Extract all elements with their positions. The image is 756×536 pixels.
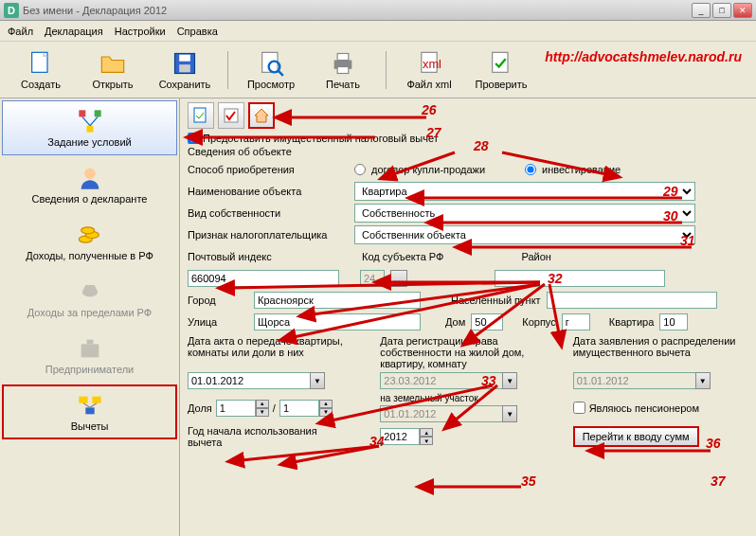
svg-rect-25 <box>79 397 87 403</box>
share-b-down[interactable]: ▼ <box>319 408 333 417</box>
window-title: Без имени - Декларация 2012 <box>23 5 692 16</box>
radio-investment[interactable] <box>525 164 536 175</box>
sidebar-income-rf-label: Доходы, полученные в РФ <box>26 250 153 261</box>
district-label: Район <box>521 251 550 262</box>
close-button[interactable]: ✕ <box>733 3 752 18</box>
xml-button[interactable]: xml Файл xml <box>396 45 462 96</box>
subj-code-label: Код субъекта РФ <box>362 251 443 262</box>
print-icon <box>330 50 356 77</box>
minimize-button[interactable]: _ <box>692 3 711 18</box>
create-label: Создать <box>21 79 61 90</box>
sidebar-declarant[interactable]: Сведения о декларанте <box>2 157 177 212</box>
dist-date-dropdown: ▼ <box>695 372 711 389</box>
new-doc-icon <box>27 50 54 77</box>
radio-contract[interactable] <box>354 164 366 175</box>
radio-investment-label: инвестирование <box>542 164 621 175</box>
locality-input[interactable] <box>547 292 717 309</box>
share-label: Доля <box>188 402 212 414</box>
separator <box>386 51 387 89</box>
sidebar-entrepreneurs[interactable]: Предприниматели <box>2 328 177 383</box>
share-a-down[interactable]: ▼ <box>256 408 269 417</box>
provide-deduction-checkbox[interactable] <box>188 133 199 144</box>
share-a-input[interactable] <box>216 400 256 417</box>
menu-declaration[interactable]: Декларация <box>45 26 103 37</box>
year-down[interactable]: ▼ <box>420 437 433 445</box>
postal-label: Почтовый индекс <box>188 251 290 262</box>
tab-icon-2[interactable] <box>218 102 244 129</box>
pensioner-checkbox[interactable] <box>573 402 585 414</box>
svg-rect-26 <box>92 397 100 403</box>
sidebar-deductions[interactable]: Вычеты <box>2 384 177 439</box>
city-input[interactable] <box>254 292 421 309</box>
maximize-button[interactable]: □ <box>712 3 731 18</box>
svg-line-18 <box>90 116 98 125</box>
act-date-dropdown[interactable]: ▼ <box>310 372 325 389</box>
reg-date-dropdown[interactable]: ▼ <box>502 372 517 389</box>
svg-line-7 <box>279 71 283 76</box>
preview-button[interactable]: Просмотр <box>238 45 304 96</box>
act-date-input[interactable] <box>188 372 311 389</box>
year-up[interactable]: ▲ <box>420 428 433 437</box>
conditions-icon <box>77 108 103 134</box>
year-input[interactable] <box>380 428 420 445</box>
print-button[interactable]: Печать <box>310 45 376 96</box>
tab-icon-1[interactable] <box>188 102 214 129</box>
building-input[interactable] <box>562 313 590 331</box>
toolbar: Создать Открыть Сохранить Просмотр Печат… <box>0 42 756 98</box>
land-plot-label: на земельный участок <box>380 393 555 403</box>
subj-code-input[interactable] <box>360 270 385 287</box>
act-date-label: Дата акта о передаче квартиры, комнаты и… <box>188 335 363 369</box>
svg-point-22 <box>81 227 94 234</box>
menu-file[interactable]: Файл <box>8 26 33 37</box>
street-input[interactable] <box>254 313 421 331</box>
flat-input[interactable] <box>659 313 688 331</box>
svg-rect-15 <box>94 110 100 116</box>
svg-line-28 <box>83 403 90 408</box>
svg-rect-13 <box>493 52 508 72</box>
ownership-select[interactable]: Собственность <box>354 204 695 223</box>
postal-input[interactable] <box>188 270 339 287</box>
main-panel: Предоставить имущественный налоговый выч… <box>180 98 756 536</box>
save-icon <box>171 50 198 77</box>
create-button[interactable]: Создать <box>8 45 74 96</box>
share-b-input[interactable] <box>279 400 319 417</box>
annotation-37: 37 <box>711 473 726 489</box>
deductions-icon <box>77 392 103 419</box>
watermark-url: http://advocatshmelev.narod.ru <box>545 49 742 64</box>
check-button[interactable]: Проверить <box>468 45 534 96</box>
check-icon <box>488 50 514 77</box>
reg-date-input[interactable] <box>380 372 503 389</box>
sidebar-conditions[interactable]: Задание условий <box>2 100 177 155</box>
moneybag-icon <box>77 278 103 305</box>
reg-date-label: Дата регистрации права собственности на … <box>380 335 555 369</box>
sidebar-income-abroad-label: Доходы за пределами РФ <box>27 307 152 318</box>
sidebar: Задание условий Сведения о декларанте До… <box>0 98 180 536</box>
annotation-arrow <box>426 477 531 496</box>
menu-settings[interactable]: Настройки <box>115 26 166 37</box>
district-input[interactable] <box>495 270 665 287</box>
menubar: Файл Декларация Настройки Справка <box>0 21 756 42</box>
svg-line-17 <box>81 116 89 125</box>
briefcase-icon <box>77 335 103 362</box>
year-start-label: Год начала использования вычета <box>188 425 339 448</box>
sidebar-declarant-label: Сведения о декларанте <box>32 193 148 205</box>
open-label: Открыть <box>92 79 133 90</box>
sidebar-income-abroad[interactable]: Доходы за пределами РФ <box>2 271 177 326</box>
taxpayer-select[interactable]: Собственник объекта <box>354 225 695 244</box>
house-input[interactable] <box>471 313 503 331</box>
ownership-label: Вид собственности <box>188 207 349 219</box>
obj-name-select[interactable]: Квартира <box>354 182 695 201</box>
save-button[interactable]: Сохранить <box>152 45 218 96</box>
share-a-up[interactable]: ▲ <box>256 400 269 408</box>
menu-help[interactable]: Справка <box>177 26 218 37</box>
subj-code-lookup[interactable]: … <box>390 270 407 287</box>
open-button[interactable]: Открыть <box>80 45 146 96</box>
sidebar-income-rf[interactable]: Доходы, полученные в РФ <box>2 214 177 269</box>
flat-label: Квартира <box>609 316 655 328</box>
share-b-up[interactable]: ▲ <box>319 400 333 408</box>
pensioner-label: Являюсь пенсионером <box>589 402 699 414</box>
tab-icon-house[interactable] <box>248 102 275 129</box>
save-label: Сохранить <box>159 79 211 90</box>
go-to-sums-button[interactable]: Перейти к вводу сумм <box>573 426 699 447</box>
svg-line-49 <box>294 446 379 462</box>
